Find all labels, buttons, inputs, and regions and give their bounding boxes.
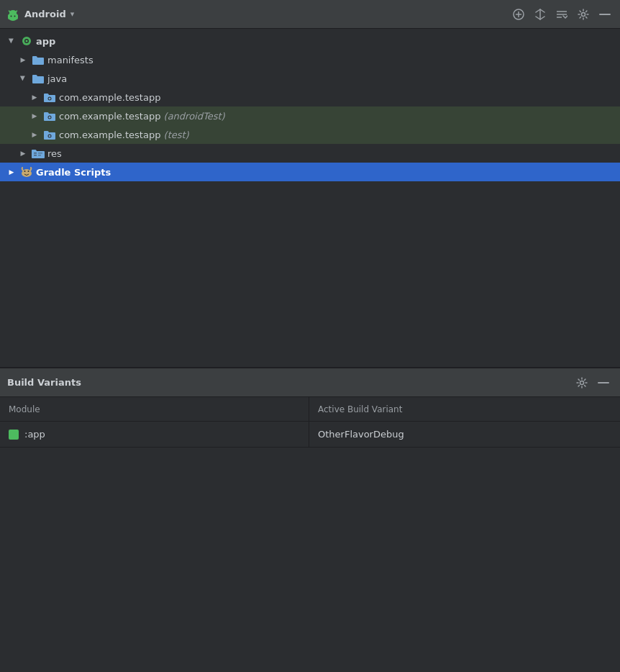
build-settings-icon (576, 377, 588, 389)
table-row[interactable]: :app OtherFlavorDebug (0, 422, 620, 448)
panel-actions (573, 373, 613, 392)
cell-variant-app[interactable]: OtherFlavorDebug (309, 422, 620, 447)
svg-point-18 (582, 12, 585, 16)
expand-res-icon: ▶ (17, 147, 29, 159)
build-minimize-icon (598, 381, 609, 384)
svg-rect-1 (8, 14, 18, 19)
expand-manifests-icon: ▶ (17, 54, 29, 65)
svg-rect-29 (34, 153, 37, 154)
toolbar: Android ▾ (0, 0, 620, 29)
build-variants-title: Build Variants (7, 377, 573, 388)
tree-item-manifests[interactable]: ▶ manifests (0, 50, 620, 69)
cell-module-app: :app (0, 422, 309, 447)
col-module-header: Module (0, 397, 309, 421)
tree-label-manifests: manifests (47, 55, 94, 65)
add-button[interactable] (509, 5, 528, 24)
collapse-all-icon (556, 9, 567, 20)
expand-pkg-main-icon: ▶ (29, 91, 40, 103)
tree-item-pkg-test[interactable]: ▶ com.example.testapp (test) (0, 125, 620, 144)
table-header: Module Active Build Variant (0, 397, 620, 422)
expand-gradle-icon: ▶ (6, 166, 17, 178)
res-folder-icon (32, 147, 45, 160)
svg-line-13 (536, 17, 540, 19)
tree-item-pkg-main[interactable]: ▶ com.example.testapp (0, 88, 620, 106)
minimize-button[interactable] (596, 5, 614, 24)
app-module-icon (9, 430, 19, 440)
tree-label-pkg-main: com.example.testapp (59, 92, 160, 103)
svg-point-2 (11, 15, 12, 17)
svg-point-22 (26, 40, 28, 42)
folder-java-icon (32, 72, 45, 85)
toolbar-actions (509, 5, 614, 24)
file-tree: ▶ app ▶ manifests ▶ (0, 29, 620, 367)
svg-rect-31 (38, 153, 42, 154)
minimize-icon (599, 13, 611, 16)
svg-point-35 (24, 171, 26, 172)
svg-line-11 (536, 9, 540, 12)
svg-point-36 (28, 171, 29, 172)
tree-item-res[interactable]: ▶ res (0, 144, 620, 163)
svg-point-3 (14, 15, 16, 17)
tree-label-pkg-test: com.example.testapp (test) (59, 130, 189, 140)
svg-point-24 (49, 98, 51, 100)
file-tree-panel: Android ▾ (0, 0, 620, 367)
svg-point-6 (9, 10, 17, 15)
svg-line-14 (540, 17, 544, 19)
tree-label-gradle: Gradle Scripts (36, 167, 111, 178)
expand-pkg-android-icon: ▶ (29, 110, 40, 122)
col-variant-header: Active Build Variant (309, 397, 620, 421)
scroll-to-center-button[interactable] (531, 5, 550, 24)
tree-label-pkg-android: com.example.testapp (androidTest) (59, 111, 225, 122)
tree-item-gradle[interactable]: ▶ Gradle Scripts (0, 163, 620, 181)
dropdown-chevron-icon[interactable]: ▾ (70, 9, 75, 19)
svg-point-34 (23, 169, 30, 175)
svg-rect-32 (38, 155, 41, 156)
android-module-icon (20, 35, 33, 47)
module-name-app: :app (24, 429, 45, 440)
tree-label-app: app (36, 36, 55, 47)
tree-item-java[interactable]: ▶ java (0, 69, 620, 88)
scroll-center-icon (534, 9, 546, 20)
toolbar-title-text: Android (24, 9, 66, 19)
variants-table: Module Active Build Variant :app OtherFl… (0, 397, 620, 672)
build-variants-header: Build Variants (0, 368, 620, 397)
gradle-icon (20, 165, 33, 178)
android-logo-icon (6, 7, 20, 22)
tree-item-app[interactable]: ▶ app (0, 32, 620, 50)
build-variants-panel: Build Variants Module Active Build Varia… (0, 367, 620, 672)
tree-label-res: res (47, 148, 62, 159)
add-icon (513, 9, 524, 20)
tree-item-pkg-android[interactable]: ▶ com.example.testapp (androidTest) (0, 106, 620, 125)
folder-manifests-icon (32, 53, 45, 66)
svg-line-12 (540, 9, 544, 12)
settings-icon (578, 9, 589, 20)
expand-java-icon: ▶ (17, 73, 29, 84)
expand-pkg-test-icon: ▶ (29, 129, 40, 140)
svg-point-37 (580, 381, 584, 384)
toolbar-title-group: Android ▾ (6, 7, 505, 22)
collapse-all-button[interactable] (552, 5, 571, 24)
expand-app-icon: ▶ (6, 35, 17, 47)
package-android-icon (43, 109, 56, 122)
package-main-icon (43, 91, 56, 104)
tree-label-java: java (47, 73, 67, 84)
build-variants-settings-button[interactable] (573, 373, 591, 392)
variant-value-app: OtherFlavorDebug (318, 429, 404, 440)
package-test-icon (43, 128, 56, 141)
svg-rect-30 (34, 155, 37, 156)
svg-point-28 (49, 135, 51, 137)
svg-point-26 (49, 117, 51, 119)
build-variants-minimize-button[interactable] (594, 373, 613, 392)
settings-button[interactable] (574, 5, 593, 24)
